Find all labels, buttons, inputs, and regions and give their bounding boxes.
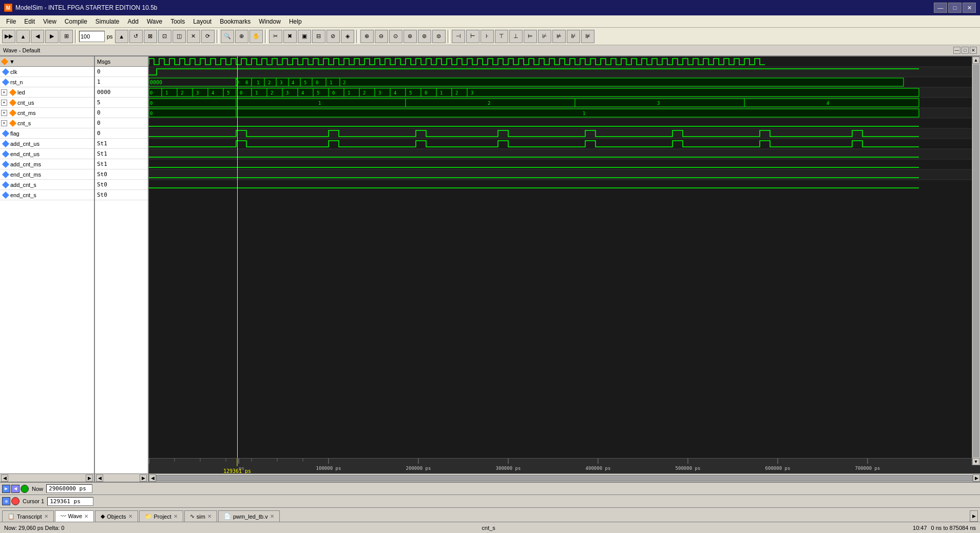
maximize-button[interactable]: □: [948, 3, 962, 13]
menu-view[interactable]: View: [39, 17, 61, 26]
signal-row-addcntms[interactable]: add_cnt_ms: [0, 159, 94, 169]
tb-nav3[interactable]: ⊬: [538, 30, 551, 43]
tab-scroll-right[interactable]: ▶: [970, 510, 978, 522]
tb-cut[interactable]: ✂: [269, 30, 282, 43]
tb-cursor3[interactable]: ⊦: [481, 30, 494, 43]
signal-row-flag[interactable]: flag: [0, 128, 94, 139]
tb-cursor1[interactable]: ⊣: [452, 30, 465, 43]
tb-wave-btn5[interactable]: ⟳: [201, 30, 215, 43]
tb-nav2[interactable]: ⊨: [524, 30, 537, 43]
tb-wave-btn2[interactable]: ⊡: [158, 30, 171, 43]
signal-row-endcntms[interactable]: end_cnt_ms: [0, 169, 94, 180]
tb-cursor2[interactable]: ⊢: [466, 30, 479, 43]
scroll-right-sig[interactable]: ▶: [86, 474, 93, 482]
signal-row-rstn[interactable]: rst_n: [0, 77, 94, 87]
signal-row-endcnts[interactable]: end_cnt_s: [0, 190, 94, 200]
tab-transcript[interactable]: 📋 Transcript ✕: [2, 510, 54, 522]
scroll-track[interactable]: [973, 64, 979, 458]
tb-wave-btn3[interactable]: ◫: [172, 30, 186, 43]
tb-restart[interactable]: ↺: [129, 30, 143, 43]
signal-row-clk[interactable]: clk: [0, 67, 94, 77]
tb-grab[interactable]: ✋: [249, 30, 263, 43]
signal-row-addcnts[interactable]: add_cnt_s: [0, 180, 94, 190]
menu-help[interactable]: Help: [285, 17, 306, 26]
tb-zoom6[interactable]: ⊜: [432, 30, 446, 43]
tab-objects[interactable]: ◆ Objects ✕: [95, 510, 138, 522]
menu-file[interactable]: File: [2, 17, 20, 26]
wave-maximize[interactable]: □: [962, 47, 969, 54]
scroll-down-btn[interactable]: ▼: [972, 458, 979, 465]
menu-bookmarks[interactable]: Bookmarks: [216, 17, 255, 26]
tb-step-fwd[interactable]: ▶: [45, 30, 59, 43]
h-scroll-thumb[interactable]: [156, 475, 973, 481]
tb-nav5[interactable]: ⊮: [567, 30, 580, 43]
menu-tools[interactable]: Tools: [166, 17, 189, 26]
h-scroll-right-btn[interactable]: ▶: [973, 474, 980, 482]
minimize-button[interactable]: —: [934, 3, 947, 13]
signal-row-cnts[interactable]: + cnt_s: [0, 118, 94, 128]
signal-row-cntus[interactable]: + cnt_us: [0, 98, 94, 108]
tab-sim-close[interactable]: ✕: [207, 513, 212, 519]
tb-zoom5[interactable]: ⊚: [418, 30, 431, 43]
scroll-left-val[interactable]: ◀: [96, 474, 103, 482]
signal-row-cntms[interactable]: + cnt_ms: [0, 108, 94, 118]
tab-pwm-close[interactable]: ✕: [270, 513, 274, 519]
cntms-expand[interactable]: +: [1, 110, 7, 116]
menu-simulate[interactable]: Simulate: [91, 17, 124, 26]
tb-sim4[interactable]: ◈: [341, 30, 354, 43]
tb-zoom1[interactable]: ⊕: [360, 30, 374, 43]
tab-wave-close[interactable]: ✕: [84, 513, 88, 519]
tab-sim[interactable]: ∿ sim ✕: [184, 510, 217, 522]
menu-wave[interactable]: Wave: [143, 17, 166, 26]
wave-minimize[interactable]: —: [953, 47, 960, 54]
tb-wave-btn1[interactable]: ⊠: [144, 30, 157, 43]
close-button[interactable]: ✕: [963, 3, 976, 13]
scroll-right-val[interactable]: ▶: [140, 474, 147, 482]
tab-wave[interactable]: 〰 Wave ✕: [55, 510, 94, 522]
wave-main-content: ▼ clk rst_n +: [0, 56, 980, 473]
menu-window[interactable]: Window: [255, 17, 285, 26]
tb-cursor4[interactable]: ⊤: [495, 30, 508, 43]
cntus-expand[interactable]: +: [1, 100, 7, 106]
waves-panel[interactable]: 0000 0 1 2: [149, 56, 980, 473]
tb-zoom4[interactable]: ⊛: [403, 30, 417, 43]
led-expand[interactable]: +: [1, 89, 7, 96]
tb-zoom2[interactable]: ⊖: [375, 30, 388, 43]
tab-project-close[interactable]: ✕: [174, 513, 178, 519]
scroll-left-sig[interactable]: ◀: [1, 474, 8, 482]
wave-close[interactable]: ✕: [970, 47, 977, 54]
signal-row-led[interactable]: + led: [0, 87, 94, 98]
menu-layout[interactable]: Layout: [189, 17, 216, 26]
time-input[interactable]: [79, 31, 105, 42]
tb-step-up[interactable]: ▲: [16, 30, 30, 43]
cnts-expand[interactable]: +: [1, 120, 7, 126]
tb-run-all[interactable]: ▶▶: [2, 30, 15, 43]
tb-sim2[interactable]: ⊟: [312, 30, 325, 43]
tb-run-to[interactable]: ⊞: [60, 30, 73, 43]
scroll-up-btn[interactable]: ▲: [972, 56, 979, 64]
tab-pwm[interactable]: 📄 pwm_led_tb.v ✕: [218, 510, 280, 522]
menu-edit[interactable]: Edit: [20, 17, 39, 26]
tb-zoom-in[interactable]: 🔍: [221, 30, 234, 43]
tb-step-back[interactable]: ◀: [31, 30, 44, 43]
tb-sim3[interactable]: ⊘: [326, 30, 340, 43]
tb-nav4[interactable]: ⊭: [552, 30, 566, 43]
tab-objects-close[interactable]: ✕: [128, 513, 132, 519]
menu-compile[interactable]: Compile: [61, 17, 91, 26]
title-bar-left: M ModelSim - INTEL FPGA STARTER EDITION …: [4, 4, 158, 12]
h-scroll-left-btn[interactable]: ◀: [149, 474, 156, 482]
tab-transcript-close[interactable]: ✕: [44, 513, 48, 519]
v-scrollbar[interactable]: ▲ ▼: [972, 56, 980, 465]
tb-zoom3[interactable]: ⊙: [389, 30, 402, 43]
tb-nav1[interactable]: ⊥: [509, 30, 523, 43]
tb-nav6[interactable]: ⊯: [581, 30, 594, 43]
tb-insert[interactable]: ⊕: [235, 30, 248, 43]
tab-project[interactable]: 📁 Project ✕: [139, 510, 183, 522]
tb-time-up[interactable]: ▲: [115, 30, 128, 43]
menu-add[interactable]: Add: [124, 17, 143, 26]
tb-wave-btn4[interactable]: ✕: [187, 30, 200, 43]
tb-x2[interactable]: ✖: [283, 30, 297, 43]
signal-row-endcntus[interactable]: end_cnt_us: [0, 149, 94, 159]
signal-row-addcntus[interactable]: add_cnt_us: [0, 139, 94, 149]
tb-sim1[interactable]: ▣: [298, 30, 311, 43]
